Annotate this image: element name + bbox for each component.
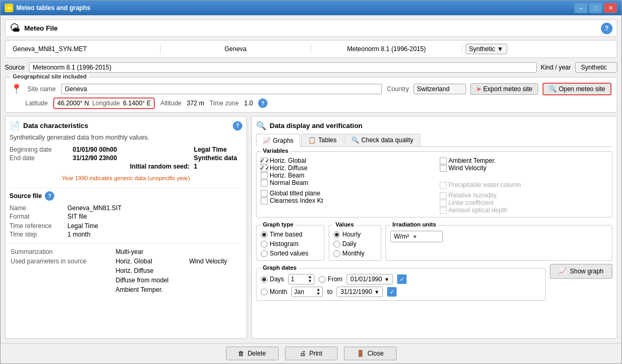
- var-checkbox-ambient-temper[interactable]: [440, 158, 447, 164]
- radio-from[interactable]: From: [319, 276, 342, 283]
- radio-daily-btn[interactable]: [333, 241, 340, 248]
- delete-label: Delete: [248, 350, 266, 357]
- data-table: Beginning date 01/01/90 00h00 Legal Time…: [9, 145, 242, 171]
- seed-label: Initial random seed:: [122, 162, 194, 171]
- var-checkbox-aerosol: [440, 207, 447, 214]
- used-params-label: Used parameters in source: [11, 257, 115, 294]
- source-file-help-btn[interactable]: ?: [45, 191, 54, 201]
- var-label-precipitable: Precipitable water column: [449, 181, 521, 189]
- geo-help-btn[interactable]: ?: [258, 99, 268, 108]
- radio-time-based-btn[interactable]: [261, 231, 268, 238]
- radio-month[interactable]: Month: [261, 288, 287, 296]
- radio-from-btn[interactable]: [319, 276, 325, 283]
- maximize-btn[interactable]: □: [589, 3, 603, 13]
- standard-field: Meteonorm 8.1 (1996-2015): [311, 44, 462, 54]
- print-btn[interactable]: 🖨 Print: [285, 347, 338, 360]
- beginning-date-label: Beginning date: [9, 145, 73, 154]
- var-checkbox-relative-humidity: [440, 192, 447, 199]
- used-param-1: Horiz. Global: [116, 257, 189, 265]
- quality-tab-label: Check data quality: [361, 136, 413, 144]
- month-label: Month: [270, 288, 287, 296]
- time-based-label: Time based: [270, 231, 302, 238]
- bottom-right-row: Graph dates Days 1 ▲: [256, 264, 613, 301]
- tab-check-quality[interactable]: 🔍 Check data quality: [344, 134, 420, 146]
- summarization-label: Summarization: [11, 248, 115, 256]
- data-chars-help-btn[interactable]: ?: [233, 121, 242, 131]
- show-graph-btn[interactable]: 📈 Show graph: [550, 264, 613, 279]
- source-input[interactable]: Meteonorm 8.1 (1996-2015): [29, 62, 537, 73]
- print-label: Print: [309, 350, 322, 357]
- tab-graphs[interactable]: 📈 Graphs: [256, 134, 300, 147]
- radio-month-btn[interactable]: [261, 289, 268, 296]
- from-date-input[interactable]: 01/01/1990 ▼: [347, 274, 393, 284]
- var-checkbox-horiz-diffuse[interactable]: ✓: [261, 165, 268, 172]
- meteo-file-help-btn[interactable]: ?: [601, 23, 613, 34]
- var-checkbox-horiz-beam[interactable]: [261, 172, 268, 179]
- month-value: Jan: [294, 288, 316, 296]
- month-spinner-down[interactable]: ▼: [316, 292, 320, 296]
- used-param-2: Horiz. Diffuse: [116, 267, 189, 275]
- days-spinner-btns: ▲ ▼: [308, 275, 312, 283]
- radio-hourly-btn[interactable]: [333, 231, 340, 238]
- data-chars-description: Synthetically generated data from monthl…: [9, 134, 242, 141]
- radio-days-btn[interactable]: [261, 276, 268, 283]
- radio-sorted-btn[interactable]: [261, 250, 268, 257]
- to-date-check[interactable]: ✓: [387, 287, 397, 297]
- from-date-check[interactable]: ✓: [397, 274, 407, 284]
- from-date-value: 01/01/1990: [350, 276, 382, 283]
- month-spinner[interactable]: Jan ▲ ▼: [291, 287, 323, 297]
- time-ref-label: Time reference: [9, 222, 67, 230]
- var-label-horiz-beam: Horiz. Beam: [270, 172, 304, 179]
- var-label-clearness: Clearness Index Kt: [270, 197, 323, 204]
- close-panel-icon: 🚪: [357, 350, 364, 357]
- to-date-input[interactable]: 31/12/1990 ▼: [337, 287, 383, 297]
- radio-days[interactable]: Days: [261, 276, 284, 283]
- site-name-input[interactable]: [61, 84, 382, 94]
- source-label: Source: [5, 64, 25, 71]
- table-row: Initial random seed: 1: [9, 162, 242, 171]
- irradiation-dropdown: W/m² ▼: [390, 231, 608, 242]
- geo-section-title: Geographical site included: [11, 73, 89, 80]
- var-checkbox-normal-beam[interactable]: [261, 180, 268, 186]
- radio-time-based[interactable]: Time based: [261, 231, 320, 238]
- radio-monthly[interactable]: Monthly: [333, 250, 377, 257]
- data-chars-icon: 📄: [9, 121, 20, 131]
- radio-daily[interactable]: Daily: [333, 240, 377, 248]
- var-item-clearness: Clearness Index Kt: [261, 197, 429, 204]
- content-area: 🌤 Meteo File ? Geneva_MN81_SYN.MET Genev…: [1, 15, 621, 343]
- type-dropdown[interactable]: Synthetic ▼: [462, 43, 613, 55]
- radio-monthly-btn[interactable]: [333, 250, 340, 257]
- radio-sorted-values[interactable]: Sorted values: [261, 250, 320, 257]
- var-item-global-tilted: Global tilted plane: [261, 190, 429, 197]
- location-pin-icon: 📍: [11, 83, 22, 95]
- tab-tables[interactable]: 📋 Tables: [301, 134, 343, 146]
- site-name-label: Site name: [27, 85, 56, 93]
- type-dropdown-control[interactable]: Synthetic ▼: [466, 44, 507, 54]
- graphs-tab-icon: 📈: [263, 137, 271, 144]
- used-param-3: Diffuse from model: [116, 276, 189, 284]
- irradiation-select[interactable]: W/m² ▼: [390, 231, 443, 242]
- minimize-btn[interactable]: –: [574, 3, 588, 13]
- close-btn[interactable]: 🚪 Close: [344, 347, 397, 360]
- var-checkbox-horiz-global[interactable]: ✓: [261, 158, 268, 164]
- timezone-value: 1.0: [244, 100, 253, 107]
- var-checkbox-wind-velocity[interactable]: [440, 165, 447, 172]
- kind-year-label: Kind / year: [541, 64, 571, 71]
- close-window-btn[interactable]: ✕: [604, 3, 617, 13]
- spinner-down-icon[interactable]: ▼: [308, 279, 312, 283]
- var-label-global-tilted: Global tilted plane: [270, 190, 320, 197]
- var-checkbox-clearness[interactable]: [261, 198, 268, 204]
- export-site-btn[interactable]: ➤ Export meteo site: [470, 83, 538, 95]
- open-site-btn[interactable]: 🔍 Open meteo site: [542, 83, 611, 95]
- var-item-horiz-global: ✓ Horiz. Global: [261, 157, 429, 164]
- delete-btn[interactable]: 🗑 Delete: [226, 347, 279, 360]
- var-label-wind-velocity: Wind Velocity: [449, 164, 487, 172]
- radio-histogram-btn[interactable]: [261, 241, 268, 248]
- radio-histogram[interactable]: Histogram: [261, 240, 320, 248]
- radio-hourly[interactable]: Hourly: [333, 231, 377, 238]
- table-row: Format SIT file: [9, 212, 242, 221]
- right-panel-content: 🔍 Data display and verification 📈 Graphs…: [256, 121, 613, 334]
- days-spinner[interactable]: 1 ▲ ▼: [288, 274, 314, 284]
- dates-row-2: Month Jan ▲ ▼ to: [261, 287, 541, 297]
- var-checkbox-global-tilted[interactable]: [261, 190, 268, 197]
